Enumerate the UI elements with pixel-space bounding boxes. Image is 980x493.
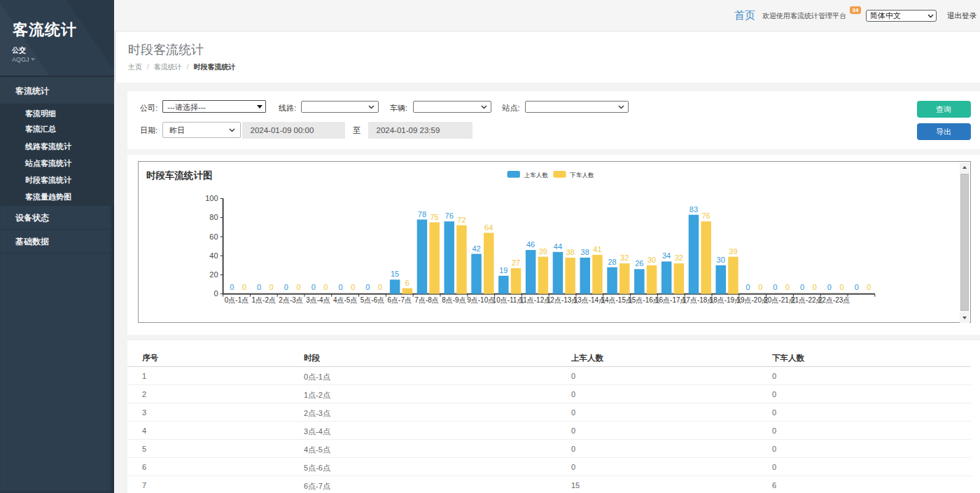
svg-text:39: 39 (539, 247, 547, 256)
svg-text:0: 0 (746, 283, 750, 291)
svg-text:0: 0 (867, 283, 871, 291)
svg-text:0: 0 (378, 283, 382, 291)
svg-text:0: 0 (773, 283, 777, 291)
svg-text:0: 0 (257, 283, 261, 291)
svg-text:60: 60 (209, 232, 218, 241)
svg-text:38: 38 (566, 248, 574, 256)
svg-text:83: 83 (690, 205, 698, 214)
svg-text:8点-9点: 8点-9点 (442, 296, 465, 304)
svg-text:6: 6 (405, 279, 410, 287)
svg-text:0: 0 (214, 289, 218, 298)
svg-text:2点-3点: 2点-3点 (279, 296, 302, 304)
svg-text:72: 72 (457, 216, 465, 224)
svg-text:0: 0 (351, 283, 355, 291)
svg-text:0: 0 (230, 283, 234, 291)
svg-text:9点-10点: 9点-10点 (467, 296, 495, 304)
svg-text:30: 30 (717, 256, 725, 264)
svg-text:0: 0 (270, 283, 274, 291)
svg-text:26: 26 (635, 259, 643, 268)
svg-text:0: 0 (323, 283, 328, 291)
svg-text:27: 27 (512, 258, 520, 267)
svg-text:7点-8点: 7点-8点 (414, 296, 438, 304)
svg-text:0: 0 (312, 283, 316, 291)
svg-text:0: 0 (827, 283, 832, 291)
svg-text:1点-2点: 1点-2点 (252, 296, 276, 304)
svg-text:78: 78 (418, 210, 426, 218)
svg-text:28: 28 (608, 258, 616, 266)
svg-text:100: 100 (205, 194, 218, 202)
svg-text:0: 0 (284, 283, 288, 291)
svg-text:32: 32 (675, 254, 683, 262)
svg-text:4点-5点: 4点-5点 (333, 296, 357, 304)
svg-text:0: 0 (242, 283, 246, 291)
svg-text:0: 0 (785, 283, 790, 291)
svg-text:20: 20 (209, 270, 218, 279)
svg-text:0: 0 (840, 283, 844, 291)
svg-text:0: 0 (365, 283, 370, 291)
svg-text:46: 46 (526, 240, 535, 249)
svg-text:40: 40 (209, 251, 218, 260)
svg-text:64: 64 (484, 223, 493, 232)
svg-text:上车人数: 上车人数 (524, 172, 549, 179)
svg-text:30: 30 (648, 256, 656, 264)
svg-text:0: 0 (338, 283, 342, 291)
svg-text:0: 0 (855, 283, 859, 291)
svg-text:0点-1点: 0点-1点 (225, 296, 248, 304)
svg-text:0: 0 (800, 283, 804, 291)
svg-text:3点-4点: 3点-4点 (306, 296, 330, 304)
svg-text:19: 19 (499, 266, 507, 275)
svg-text:42: 42 (472, 244, 480, 253)
svg-text:0: 0 (758, 283, 762, 291)
svg-text:6点-7点: 6点-7点 (388, 296, 412, 304)
svg-text:0: 0 (813, 283, 817, 291)
svg-text:39: 39 (729, 247, 737, 256)
svg-text:76: 76 (701, 211, 710, 220)
svg-text:41: 41 (593, 245, 601, 254)
svg-text:44: 44 (554, 242, 562, 251)
svg-text:下车人数: 下车人数 (569, 172, 594, 179)
svg-text:34: 34 (662, 251, 671, 260)
svg-text:38: 38 (581, 248, 589, 256)
svg-text:75: 75 (430, 213, 438, 221)
svg-text:76: 76 (445, 211, 454, 220)
svg-text:5点-6点: 5点-6点 (360, 296, 384, 304)
svg-text:22点-23点: 22点-23点 (818, 296, 850, 304)
svg-text:32: 32 (620, 254, 629, 262)
svg-text:0: 0 (297, 283, 301, 291)
svg-text:80: 80 (209, 213, 218, 221)
svg-text:15: 15 (391, 270, 399, 278)
